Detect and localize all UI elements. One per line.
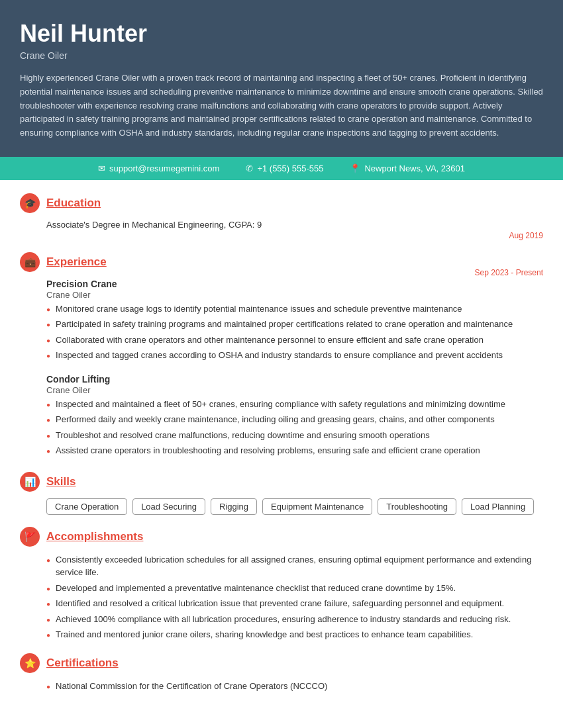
education-entry: Associate's Degree in Mechanical Enginee… — [20, 220, 543, 240]
education-header: 🎓 Education — [20, 193, 543, 213]
contact-bar: ✉ support@resumegemini.com ✆ +1 (555) 55… — [0, 157, 563, 180]
skill-badge-2: Rigging — [211, 498, 257, 515]
experience-bullet: Troubleshot and resolved crane malfuncti… — [46, 429, 543, 442]
phone-text: +1 (555) 555-555 — [257, 163, 323, 173]
education-section: 🎓 Education Associate's Degree in Mechan… — [20, 193, 543, 240]
experience-bullet: Monitored crane usage logs to identify p… — [46, 302, 543, 316]
accomplishments-icon: 🚩 — [20, 527, 40, 547]
certifications-list: National Commission for the Certificatio… — [20, 680, 543, 693]
skill-badge-3: Equipment Maintenance — [262, 498, 372, 515]
candidate-title: Crane Oiler — [20, 50, 543, 61]
experience-bullet: Inspected and maintained a fleet of 50+ … — [46, 398, 543, 411]
experience-bullets-1: Inspected and maintained a fleet of 50+ … — [46, 398, 543, 457]
experience-bullet: Collaborated with crane operators and ot… — [46, 334, 543, 347]
experience-role-1: Crane Oiler — [46, 385, 543, 395]
email-text: support@resumegemini.com — [109, 163, 219, 173]
experience-entries-container: Sep 2023 - Present Precision Crane Crane… — [20, 279, 543, 460]
location-text: Newport News, VA, 23601 — [364, 163, 465, 173]
phone-icon: ✆ — [246, 163, 253, 173]
accomplishment-bullet-0: Consistently exceeded lubrication schedu… — [46, 553, 543, 579]
accomplishment-bullet-2: Identified and resolved a critical lubri… — [46, 597, 543, 610]
experience-dates-0: Sep 2023 - Present — [475, 268, 543, 277]
main-content: 🎓 Education Associate's Degree in Mechan… — [0, 180, 563, 718]
experience-company-1: Condor Lifting — [46, 374, 543, 385]
education-date: Aug 2019 — [46, 231, 543, 240]
experience-entry-0: Sep 2023 - Present Precision Crane Crane… — [20, 279, 543, 365]
location-icon: 📍 — [350, 163, 360, 173]
skills-icon: 📊 — [20, 472, 40, 492]
experience-role-0: Crane Oiler — [46, 290, 543, 300]
experience-section: 💼 Experience Sep 2023 - Present Precisio… — [20, 252, 543, 460]
experience-bullet: Inspected and tagged cranes according to… — [46, 349, 543, 362]
skills-title: Skills — [46, 475, 76, 488]
education-title: Education — [46, 197, 101, 210]
certification-bullet-0: National Commission for the Certificatio… — [46, 680, 543, 693]
experience-entry-1: Condor Lifting Crane Oiler Inspected and… — [20, 374, 543, 460]
education-degree: Associate's Degree in Mechanical Enginee… — [46, 220, 543, 230]
experience-bullet: Performed daily and weekly crane mainten… — [46, 413, 543, 426]
contact-email: ✉ support@resumegemini.com — [98, 163, 219, 173]
certifications-section: ⭐ Certifications National Commission for… — [20, 653, 543, 693]
certifications-icon: ⭐ — [20, 653, 40, 673]
certifications-title: Certifications — [46, 657, 119, 670]
accomplishment-bullet-1: Developed and implemented a preventative… — [46, 582, 543, 595]
skills-header: 📊 Skills — [20, 472, 543, 492]
skill-badge-0: Crane Operation — [46, 498, 127, 515]
experience-company-0: Precision Crane — [46, 279, 543, 289]
skills-section: 📊 Skills Crane OperationLoad SecuringRig… — [20, 472, 543, 515]
accomplishment-bullet-4: Trained and mentored junior crane oilers… — [46, 628, 543, 641]
education-icon: 🎓 — [20, 193, 40, 213]
skill-badge-5: Load Planning — [462, 498, 534, 515]
accomplishments-title: Accomplishments — [46, 530, 143, 543]
accomplishments-header: 🚩 Accomplishments — [20, 527, 543, 547]
certifications-header: ⭐ Certifications — [20, 653, 543, 673]
contact-location: 📍 Newport News, VA, 23601 — [350, 163, 465, 173]
skills-container: Crane OperationLoad SecuringRiggingEquip… — [20, 498, 543, 515]
email-icon: ✉ — [98, 163, 105, 173]
experience-icon: 💼 — [20, 252, 40, 272]
skill-badge-4: Troubleshooting — [378, 498, 456, 515]
experience-title: Experience — [46, 255, 107, 269]
experience-bullets-0: Monitored crane usage logs to identify p… — [46, 302, 543, 362]
experience-bullet: Participated in safety training programs… — [46, 318, 543, 331]
certifications-bullets: National Commission for the Certificatio… — [46, 680, 543, 693]
accomplishments-list: Consistently exceeded lubrication schedu… — [20, 553, 543, 641]
candidate-summary: Highly experienced Crane Oiler with a pr… — [20, 71, 543, 140]
accomplishment-bullet-3: Achieved 100% compliance with all lubric… — [46, 613, 543, 626]
experience-header: 💼 Experience — [20, 252, 543, 272]
skill-badge-1: Load Securing — [132, 498, 205, 515]
experience-bullet: Assisted crane operators in troubleshoot… — [46, 444, 543, 457]
resume-header: Neil Hunter Crane Oiler Highly experienc… — [0, 0, 563, 157]
accomplishments-section: 🚩 Accomplishments Consistently exceeded … — [20, 527, 543, 641]
accomplishments-bullets: Consistently exceeded lubrication schedu… — [46, 553, 543, 641]
candidate-name: Neil Hunter — [20, 20, 543, 48]
contact-phone: ✆ +1 (555) 555-555 — [246, 163, 323, 173]
